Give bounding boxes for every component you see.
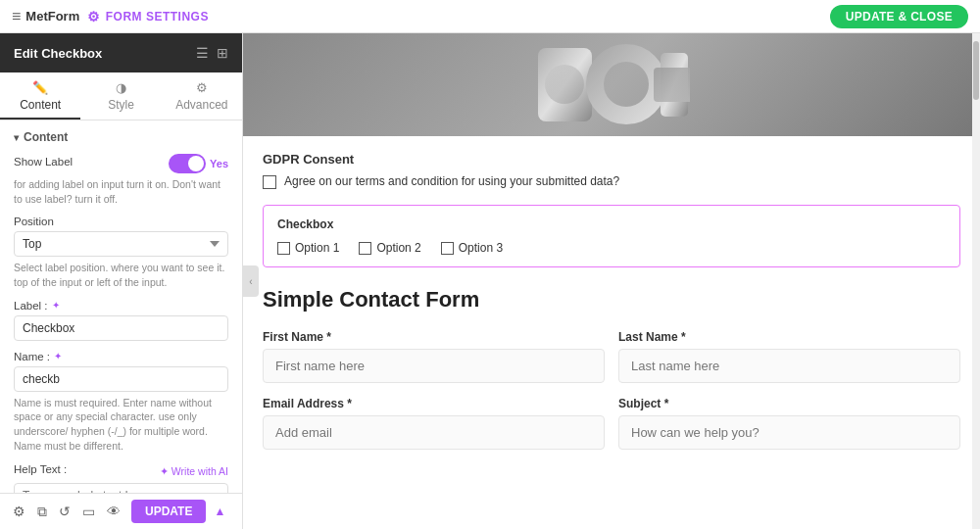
logo-icon: ≡: [12, 8, 21, 25]
position-select[interactable]: Top Left: [14, 231, 228, 257]
top-bar-left: ≡ MetForm ⚙ FORM SETTINGS: [12, 8, 209, 25]
tab-advanced[interactable]: ⚙ Advanced: [162, 72, 242, 120]
logo-text: MetForm: [25, 9, 79, 24]
first-name-label: First Name *: [263, 330, 605, 344]
hamburger-icon[interactable]: ☰: [196, 45, 209, 61]
sidebar-tabs: ✏️ Content ◑ Style ⚙ Advanced: [0, 72, 242, 120]
option-1-checkbox[interactable]: [277, 242, 290, 255]
preview-image: [243, 33, 980, 136]
checkbox-option-2: Option 2: [359, 241, 420, 255]
svg-point-2: [595, 53, 658, 116]
style-tab-label: Style: [108, 98, 134, 112]
name-field-input[interactable]: [14, 366, 228, 392]
help-text-label: Help Text :: [14, 463, 67, 475]
toggle-row: Yes: [169, 154, 228, 173]
top-bar: ≡ MetForm ⚙ FORM SETTINGS UPDATE & CLOSE: [0, 0, 980, 33]
svg-rect-4: [654, 68, 690, 102]
first-name-input[interactable]: [263, 349, 605, 383]
chat-icon[interactable]: ▭: [79, 501, 98, 522]
email-input[interactable]: [263, 415, 605, 450]
gdpr-row: Agree on our terms and condition for usi…: [263, 174, 960, 189]
position-label: Position: [14, 216, 228, 227]
section-title-text: Content: [24, 130, 68, 144]
subject-label: Subject *: [618, 397, 960, 410]
help-text-input[interactable]: [14, 483, 228, 494]
gear-icon: ⚙: [87, 9, 101, 24]
option-3-checkbox[interactable]: [441, 242, 454, 255]
grid-icon[interactable]: ⊞: [217, 45, 228, 61]
scrollbar-track: [972, 33, 980, 529]
tab-style[interactable]: ◑ Style: [80, 72, 161, 120]
style-tab-icon: ◑: [116, 80, 126, 95]
history-icon[interactable]: ↺: [56, 501, 74, 522]
update-button[interactable]: UPDATE: [131, 500, 206, 523]
option-2-label: Option 2: [376, 241, 420, 255]
sidebar-title: Edit Checkbox: [14, 46, 102, 61]
email-field: Email Address *: [263, 397, 605, 450]
position-row: Position Top Left Select label position.…: [14, 216, 228, 289]
checkbox-option-1: Option 1: [277, 241, 339, 255]
eye-icon[interactable]: 👁: [104, 501, 123, 522]
star-icon: ✦: [52, 300, 60, 311]
svg-point-1: [545, 65, 584, 104]
label-field-label: Label : ✦: [14, 300, 228, 312]
last-name-label: Last Name *: [618, 330, 960, 344]
help-text-row: Help Text : ✦ Write with AI: [14, 463, 228, 494]
gdpr-text: Agree on our terms and condition for usi…: [284, 174, 619, 188]
toggle-value: Yes: [210, 158, 228, 169]
collapse-panel-button[interactable]: ‹: [243, 265, 259, 297]
email-label: Email Address *: [263, 397, 605, 410]
preview-area: ‹ GDPR Consent Agree on our terms and co…: [243, 33, 980, 529]
arrow-icon: ▾: [14, 132, 19, 143]
gdpr-title: GDPR Consent: [263, 152, 960, 167]
tab-content[interactable]: ✏️ Content: [0, 72, 80, 120]
checkbox-section-title: Checkbox: [277, 217, 946, 231]
show-label-toggle[interactable]: [169, 154, 206, 173]
subject-input[interactable]: [618, 415, 960, 450]
layers-icon[interactable]: ⧉: [34, 501, 50, 523]
position-hint: Select label position. where you want to…: [14, 261, 228, 289]
preview-content: GDPR Consent Agree on our terms and cond…: [243, 136, 980, 465]
checkbox-section: Checkbox Option 1 Option 2 Option 3: [263, 205, 960, 267]
settings-bottom-icon[interactable]: ⚙: [10, 501, 28, 522]
content-tab-label: Content: [20, 98, 61, 112]
label-field-row: Label : ✦: [14, 300, 228, 341]
sidebar-bottom: ⚙ ⧉ ↺ ▭ 👁 UPDATE ▲: [0, 493, 242, 529]
option-2-checkbox[interactable]: [359, 242, 371, 255]
last-name-field: Last Name *: [618, 330, 960, 383]
option-1-label: Option 1: [295, 241, 339, 255]
gdpr-section: GDPR Consent Agree on our terms and cond…: [263, 152, 960, 189]
form-fields-grid: First Name * Last Name * Email Address *…: [263, 330, 960, 450]
write-with-ai-button[interactable]: ✦ Write with AI: [160, 465, 228, 477]
sidebar: Edit Checkbox ☰ ⊞ ✏️ Content ◑ Style ⚙ A…: [0, 33, 243, 529]
checkbox-option-3: Option 3: [441, 241, 503, 255]
form-title: Simple Contact Form: [263, 287, 960, 313]
show-label-hint: for adding label on input turn it on. Do…: [14, 177, 228, 206]
form-settings-label: FORM SETTINGS: [106, 10, 209, 24]
form-settings-button[interactable]: ⚙ FORM SETTINGS: [87, 9, 209, 24]
subject-field: Subject *: [618, 397, 960, 450]
gdpr-checkbox[interactable]: [263, 175, 276, 189]
option-3-label: Option 3: [459, 241, 503, 255]
sidebar-header: Edit Checkbox ☰ ⊞: [0, 33, 242, 72]
name-hint: Name is must required. Enter name withou…: [14, 396, 228, 454]
metal-parts-image: [533, 38, 690, 131]
content-section-title: ▾ Content: [14, 130, 228, 144]
name-field-row: Name : ✦ Name is must required. Enter na…: [14, 351, 228, 454]
image-inner: [243, 33, 980, 136]
metform-logo: ≡ MetForm: [12, 8, 79, 25]
name-field-label: Name : ✦: [14, 351, 228, 362]
checkbox-options: Option 1 Option 2 Option 3: [277, 241, 946, 255]
main-layout: Edit Checkbox ☰ ⊞ ✏️ Content ◑ Style ⚙ A…: [0, 33, 980, 529]
last-name-input[interactable]: [618, 349, 960, 383]
sidebar-content: ▾ Content Show Label Yes for adding labe…: [0, 120, 242, 493]
update-close-button[interactable]: UPDATE & CLOSE: [830, 5, 968, 28]
scrollbar-thumb[interactable]: [973, 41, 979, 100]
sidebar-header-icons: ☰ ⊞: [196, 45, 228, 61]
chevron-up-icon[interactable]: ▲: [214, 505, 225, 518]
show-label-row: Show Label Yes for adding label on input…: [14, 154, 228, 206]
name-star-icon: ✦: [54, 351, 62, 361]
advanced-tab-icon: ⚙: [196, 80, 208, 95]
show-label-label: Show Label: [14, 156, 73, 168]
label-field-input[interactable]: [14, 315, 228, 341]
